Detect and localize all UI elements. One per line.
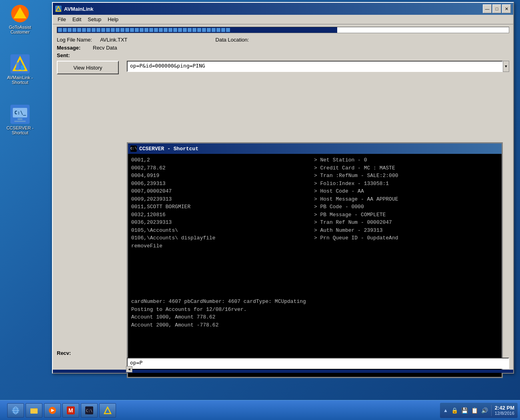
avmainlink-window: AVMainLink — □ ✕ File Edit Setup Help [52, 2, 514, 374]
taskbar-media-button[interactable] [44, 403, 61, 418]
pb11 [106, 28, 110, 32]
ccserver-label-line1: CCSERVER - [6, 125, 34, 130]
progress-bar-fill [57, 27, 337, 33]
cc-line-2: 0002,778.62 [131, 164, 306, 172]
cc-right-4: > Folio:Index - 133058:1 [314, 180, 498, 188]
cc-line-6: 0009,20239313 [131, 195, 306, 203]
menu-help[interactable]: Help [104, 16, 122, 23]
view-history-area: View History [57, 61, 119, 74]
cc-bottom-4: Account 2000, Amount -778.62 [131, 321, 306, 329]
recv-text-box[interactable]: op=P [127, 358, 509, 369]
menu-edit[interactable]: Edit [69, 16, 84, 23]
progress-bar-container [57, 27, 509, 33]
pb33 [212, 28, 216, 32]
pb22 [159, 28, 163, 32]
taskbar-m-app-button[interactable]: M [62, 403, 79, 418]
recv-label-row: Recv: [53, 349, 513, 357]
pb31 [202, 28, 206, 32]
pb24 [168, 28, 172, 32]
pb23 [164, 28, 168, 32]
pb5 [77, 28, 81, 32]
title-bar-app-icon [55, 6, 62, 12]
cc-line-9: 0036,20239313 [131, 219, 306, 227]
pb29 [192, 28, 196, 32]
pb25 [173, 28, 177, 32]
pb12 [111, 28, 115, 32]
recv-label: Recv: [57, 350, 71, 356]
taskbar-ie-button[interactable] [7, 403, 24, 418]
tray-clipboard-icon: 📋 [471, 407, 478, 414]
message-value: Recv Data [93, 45, 117, 51]
avmainlink-desktop-icon[interactable]: AVMainLink - Shortcut [4, 54, 36, 85]
ccserver-desktop-icon[interactable]: C:\_ CCSERVER - Shortcut [4, 105, 36, 135]
svg-text:C:\_: C:\_ [14, 110, 26, 116]
tray-separator [491, 405, 492, 416]
close-button[interactable]: ✕ [502, 4, 511, 13]
desktop-icons: GoToAssist Customer AVMainLink - Shortcu… [4, 4, 36, 135]
pb3 [68, 28, 72, 32]
taskbar-cmd-button[interactable]: C:\ _ [81, 403, 98, 418]
cc-bottom-1: cardNumber: 4607 pbCardNumber: 4607 card… [131, 298, 306, 306]
avmainlink-label-line2: Shortcut [12, 80, 28, 85]
maximize-button[interactable]: □ [492, 4, 501, 13]
cc-line-4: 0006,239313 [131, 180, 306, 188]
cc-right-2: > Credit Card - MC : MASTE [314, 164, 498, 172]
media-icon [48, 406, 56, 414]
cc-right-3: > Tran :RefNum - SALE:2:000 [314, 172, 498, 180]
menu-setup[interactable]: Setup [84, 16, 104, 23]
ccserver-icon: C:\_ [10, 105, 30, 124]
svg-rect-8 [18, 118, 22, 120]
pb32 [207, 28, 211, 32]
system-tray: ▲ 🔒 💾 📋 🔊 2:42 PM 12/8/2016 [440, 403, 518, 418]
menu-file[interactable]: File [54, 16, 69, 23]
cc-line-3: 0004,0919 [131, 172, 306, 180]
message-label: Message: [57, 45, 93, 51]
taskbar-explorer-button[interactable] [26, 403, 42, 418]
progress-blocks [58, 28, 230, 32]
ccserver-bottom-lines: cardNumber: 4607 pbCardNumber: 4607 card… [131, 298, 306, 329]
pb17 [135, 28, 139, 32]
taskbar: M C:\ _ ▲ 🔒 💾 [0, 400, 520, 420]
taskbar-avmainlink-button[interactable] [99, 403, 116, 418]
cc-right-1: > Net Station - 0 [314, 156, 498, 164]
sent-text-box[interactable]: op=P&id=000000&ping=PING [127, 61, 503, 72]
gotoassist-icon [10, 4, 30, 23]
pb36 [226, 28, 230, 32]
gotoassist-desktop-icon[interactable]: GoToAssist Customer [4, 4, 36, 34]
cc-bottom-3: Account 1000, Amount 778.62 [131, 313, 306, 321]
pb28 [188, 28, 192, 32]
ccserver-content: 0001,2 0002,778.62 0004,0919 0006,239313… [128, 154, 502, 377]
recv-section: Recv: op=P [53, 349, 513, 370]
pb7 [87, 28, 91, 32]
pb21 [154, 28, 158, 32]
pb34 [216, 28, 220, 32]
cc-right-10: > Auth Number - 239313 [314, 227, 498, 235]
title-bar-left: AVMainLink [55, 6, 93, 12]
avmainlink-taskbar-icon [104, 406, 112, 414]
pb16 [130, 28, 134, 32]
view-history-button[interactable]: View History [57, 61, 119, 74]
svg-rect-5 [21, 66, 24, 70]
log-file-row: Log File Name: AVLink.TXT Data Location: [53, 36, 513, 44]
horizontal-scroll-arrow[interactable]: ◄ [126, 366, 132, 372]
cc-bottom-2: Posting to Accounts for 12/08/16rver. [131, 306, 306, 314]
pb4 [72, 28, 76, 32]
progress-bar-area [53, 24, 513, 36]
tray-network-icon: 🔒 [451, 407, 458, 414]
tray-arrow-icon[interactable]: ▲ [443, 408, 448, 413]
svg-text:M: M [68, 407, 73, 414]
gotoassist-label-line1: GoToAssist [9, 25, 31, 30]
pb9 [96, 28, 100, 32]
minimize-button[interactable]: — [483, 4, 492, 13]
clock-date: 12/8/2016 [495, 411, 514, 416]
message-row: Message: Recv Data [53, 44, 513, 52]
cc-line-5: 0007,00002047 [131, 187, 306, 195]
clock-time: 2:42 PM [495, 405, 514, 411]
tray-volume-icon[interactable]: 🔊 [481, 407, 488, 414]
sent-scroll-arrow[interactable]: ▼ [503, 61, 509, 72]
pb15 [125, 28, 129, 32]
pb1 [58, 28, 62, 32]
ccserver-title-icon: C:\ [130, 145, 137, 152]
window-body: Log File Name: AVLink.TXT Data Location:… [53, 24, 513, 373]
ccserver-right-col: > Net Station - 0 > Credit Card - MC : M… [306, 156, 498, 374]
